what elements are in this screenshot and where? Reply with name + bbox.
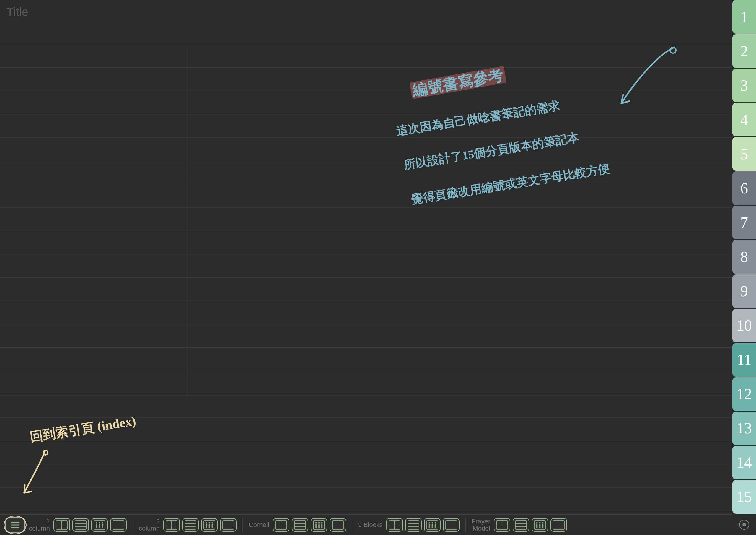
handwriting-line-2: 所以設計了15個分頁版本的筆記本 <box>402 129 580 173</box>
svg-point-53 <box>321 524 322 525</box>
layout-1-rows[interactable] <box>72 518 89 532</box>
layout-grid-icon <box>389 520 400 530</box>
section-tab-1[interactable]: 1 <box>732 0 756 34</box>
layout-cornell-blank[interactable] <box>330 518 346 532</box>
layout-group-1: 2column <box>139 518 236 531</box>
layout-group-4: FrayerModel <box>472 518 567 531</box>
section-tab-15[interactable]: 15 <box>732 480 756 514</box>
cornell-cue-column <box>0 44 189 397</box>
svg-rect-74 <box>446 521 457 529</box>
layout-blank-icon <box>332 520 344 530</box>
svg-point-21 <box>99 526 100 527</box>
svg-point-33 <box>212 522 213 523</box>
section-tab-4[interactable]: 4 <box>732 103 756 136</box>
section-tab-5[interactable]: 5 <box>732 137 756 171</box>
svg-rect-78 <box>515 521 526 529</box>
svg-point-36 <box>212 524 213 525</box>
layout-blank-icon <box>222 520 234 530</box>
index-menu-button[interactable] <box>5 517 25 533</box>
svg-point-82 <box>537 522 537 523</box>
svg-point-90 <box>543 526 543 527</box>
svg-point-87 <box>543 524 543 525</box>
layout-9blocks-rows[interactable] <box>405 518 422 532</box>
svg-point-56 <box>321 526 322 527</box>
svg-point-50 <box>321 522 322 523</box>
section-tab-3[interactable]: 3 <box>732 69 756 102</box>
toolbar-separator <box>133 518 133 532</box>
note-canvas[interactable]: 編號書寫參考 這次因為自己做唸書筆記的需求 所以設計了15個分頁版本的筆記本 覺… <box>0 44 732 514</box>
layout-1-grid[interactable] <box>53 518 70 532</box>
handwriting-index-label: 回到索引頁 (index) <box>29 412 137 446</box>
svg-point-38 <box>209 526 210 527</box>
layout-2-grid[interactable] <box>163 518 180 532</box>
arrow-to-menu-icon <box>18 448 54 496</box>
layout-group-2: Cornell <box>249 518 346 532</box>
svg-point-67 <box>435 522 436 523</box>
svg-point-49 <box>318 522 319 523</box>
layout-frayer-blank[interactable] <box>551 518 567 532</box>
svg-point-73 <box>435 526 436 527</box>
arrow-to-tab-1-icon <box>601 44 677 121</box>
layout-9blocks-blank[interactable] <box>443 518 460 532</box>
svg-point-72 <box>432 526 433 527</box>
section-tab-6[interactable]: 6 <box>732 171 756 205</box>
layout-grid-icon <box>56 520 68 530</box>
svg-rect-57 <box>332 521 343 529</box>
layout-group-0: 1column <box>29 518 127 531</box>
handwriting-heading: 編號書寫參考 <box>409 64 507 101</box>
svg-point-65 <box>429 522 430 523</box>
svg-point-19 <box>102 524 103 525</box>
layout-cornell-grid[interactable] <box>273 518 289 532</box>
svg-point-35 <box>209 524 210 525</box>
svg-point-71 <box>429 526 430 527</box>
svg-rect-10 <box>75 521 86 529</box>
layout-2-rows[interactable] <box>182 518 199 532</box>
title-placeholder: Title <box>7 5 28 18</box>
layout-cornell-rows[interactable] <box>292 518 308 532</box>
section-tab-10[interactable]: 10 <box>732 309 756 342</box>
layout-rows-icon <box>294 520 306 530</box>
layout-dots-icon <box>94 520 105 530</box>
layout-group-label: 2column <box>139 518 161 531</box>
title-bar[interactable]: Title <box>0 0 732 44</box>
section-tab-14[interactable]: 14 <box>732 446 756 479</box>
section-tab-8[interactable]: 8 <box>732 240 756 273</box>
layout-9blocks-dots[interactable] <box>424 518 441 532</box>
layout-grid-icon <box>275 520 287 530</box>
layout-2-blank[interactable] <box>220 518 236 532</box>
layout-cornell-dots[interactable] <box>311 518 327 532</box>
svg-point-22 <box>102 526 103 527</box>
layout-2-dots[interactable] <box>201 518 218 532</box>
layout-frayer-rows[interactable] <box>513 518 529 532</box>
layout-grid-icon <box>166 520 177 530</box>
section-tab-9[interactable]: 9 <box>732 274 756 308</box>
layout-group-label: FrayerModel <box>472 518 492 531</box>
toolbar-separator <box>465 518 466 532</box>
svg-point-51 <box>315 524 316 525</box>
svg-point-34 <box>206 524 207 525</box>
layout-blank-icon <box>113 520 124 530</box>
layout-9blocks-grid[interactable] <box>386 518 403 532</box>
layout-toolbar: 1column 2column Cornell 9 Blocks FrayerM… <box>0 514 732 535</box>
section-tab-12[interactable]: 12 <box>732 377 756 411</box>
svg-point-32 <box>209 522 210 523</box>
layout-group-label: 9 Blocks <box>358 521 384 528</box>
cornell-summary-divider <box>0 397 732 397</box>
section-tab-13[interactable]: 13 <box>732 411 756 445</box>
svg-point-14 <box>96 522 97 523</box>
layout-frayer-grid[interactable] <box>494 518 510 532</box>
svg-rect-61 <box>408 521 419 529</box>
svg-point-69 <box>432 524 433 525</box>
hamburger-icon <box>10 521 20 529</box>
tab-target-button[interactable] <box>732 514 756 535</box>
section-tab-2[interactable]: 2 <box>732 34 756 68</box>
layout-group-label: Cornell <box>249 521 271 528</box>
svg-rect-27 <box>185 521 196 529</box>
layout-blank-icon <box>445 520 457 530</box>
layout-frayer-dots[interactable] <box>531 518 548 532</box>
section-tab-7[interactable]: 7 <box>732 206 756 239</box>
layout-1-dots[interactable] <box>91 518 108 532</box>
section-tab-11[interactable]: 11 <box>732 343 756 377</box>
layout-1-blank[interactable] <box>110 518 127 532</box>
svg-point-84 <box>543 522 543 523</box>
